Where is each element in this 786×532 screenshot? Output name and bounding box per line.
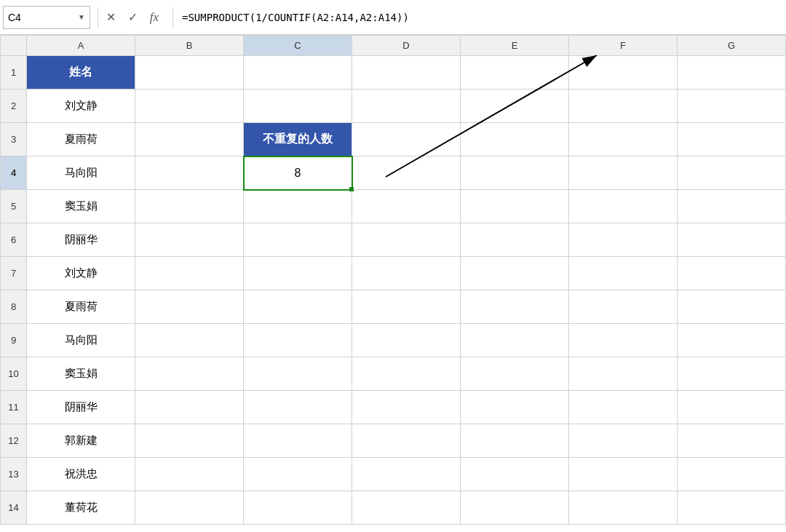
cell-e6[interactable] [461, 223, 569, 257]
cell-d9[interactable] [352, 324, 461, 357]
cell-a8[interactable]: 夏雨荷 [27, 290, 135, 324]
cell-b1[interactable] [135, 56, 244, 90]
cell-b10[interactable] [135, 357, 244, 391]
resize-handle[interactable] [349, 187, 354, 191]
cell-c10[interactable] [244, 357, 352, 391]
cell-a12[interactable]: 郭新建 [27, 424, 135, 458]
cell-c5[interactable] [244, 190, 352, 223]
cell-f13[interactable] [569, 458, 678, 491]
confirm-icon[interactable]: ✓ [124, 10, 140, 24]
cell-b6[interactable] [135, 223, 244, 257]
cell-d7[interactable] [352, 257, 461, 290]
cell-b12[interactable] [135, 424, 244, 458]
cell-e13[interactable] [461, 458, 569, 491]
cell-g3[interactable] [678, 123, 786, 156]
cell-g2[interactable] [678, 90, 786, 123]
cell-a10[interactable]: 窦玉娟 [27, 357, 135, 391]
cell-c6[interactable] [244, 223, 352, 257]
cell-f11[interactable] [569, 391, 678, 424]
cell-b8[interactable] [135, 290, 244, 324]
cell-g7[interactable] [678, 257, 786, 290]
cell-f14[interactable] [569, 491, 678, 525]
formula-input[interactable] [178, 6, 783, 29]
cell-f5[interactable] [569, 190, 678, 223]
cell-c13[interactable] [244, 458, 352, 491]
cell-b7[interactable] [135, 257, 244, 290]
cell-d4[interactable] [352, 156, 461, 190]
cell-c4[interactable]: 8 [244, 156, 352, 190]
cell-g1[interactable] [678, 56, 786, 90]
cell-a3[interactable]: 夏雨荷 [27, 123, 135, 156]
cell-a4[interactable]: 马向阳 [27, 156, 135, 190]
cell-f2[interactable] [569, 90, 678, 123]
cell-c12[interactable] [244, 424, 352, 458]
cell-d2[interactable] [352, 90, 461, 123]
cell-e11[interactable] [461, 391, 569, 424]
cell-f1[interactable] [569, 56, 678, 90]
cell-b14[interactable] [135, 491, 244, 525]
cell-a6[interactable]: 阴丽华 [27, 223, 135, 257]
cell-e3[interactable] [461, 123, 569, 156]
cell-f7[interactable] [569, 257, 678, 290]
cell-b13[interactable] [135, 458, 244, 491]
cell-g14[interactable] [678, 491, 786, 525]
fx-icon[interactable]: fx [146, 10, 162, 25]
cell-a9[interactable]: 马向阳 [27, 324, 135, 357]
cancel-icon[interactable]: ✕ [103, 10, 119, 24]
cell-d11[interactable] [352, 391, 461, 424]
cell-e5[interactable] [461, 190, 569, 223]
cell-g8[interactable] [678, 290, 786, 324]
cell-g4[interactable] [678, 156, 786, 190]
cell-f10[interactable] [569, 357, 678, 391]
cell-e7[interactable] [461, 257, 569, 290]
cell-g11[interactable] [678, 391, 786, 424]
cell-name-box[interactable]: C4 ▼ [3, 6, 90, 29]
cell-c2[interactable] [244, 90, 352, 123]
cell-d10[interactable] [352, 357, 461, 391]
cell-f9[interactable] [569, 324, 678, 357]
cell-d12[interactable] [352, 424, 461, 458]
cell-b5[interactable] [135, 190, 244, 223]
cell-f12[interactable] [569, 424, 678, 458]
cell-b11[interactable] [135, 391, 244, 424]
cell-f6[interactable] [569, 223, 678, 257]
cell-d3[interactable] [352, 123, 461, 156]
cell-name-dropdown-icon[interactable]: ▼ [78, 13, 85, 21]
cell-c9[interactable] [244, 324, 352, 357]
cell-c3[interactable]: 不重复的人数 [244, 123, 352, 156]
cell-e9[interactable] [461, 324, 569, 357]
cell-e12[interactable] [461, 424, 569, 458]
cell-e1[interactable] [461, 56, 569, 90]
cell-b9[interactable] [135, 324, 244, 357]
cell-d5[interactable] [352, 190, 461, 223]
cell-d8[interactable] [352, 290, 461, 324]
cell-b4[interactable] [135, 156, 244, 190]
cell-b2[interactable] [135, 90, 244, 123]
cell-a13[interactable]: 祝洪忠 [27, 458, 135, 491]
cell-c8[interactable] [244, 290, 352, 324]
cell-a14[interactable]: 董荷花 [27, 491, 135, 525]
cell-f4[interactable] [569, 156, 678, 190]
cell-c1[interactable] [244, 56, 352, 90]
cell-c14[interactable] [244, 491, 352, 525]
cell-a2[interactable]: 刘文静 [27, 90, 135, 123]
cell-e8[interactable] [461, 290, 569, 324]
cell-a11[interactable]: 阴丽华 [27, 391, 135, 424]
cell-e14[interactable] [461, 491, 569, 525]
cell-e10[interactable] [461, 357, 569, 391]
cell-g12[interactable] [678, 424, 786, 458]
cell-e2[interactable] [461, 90, 569, 123]
cell-a7[interactable]: 刘文静 [27, 257, 135, 290]
cell-g10[interactable] [678, 357, 786, 391]
cell-c11[interactable] [244, 391, 352, 424]
cell-g9[interactable] [678, 324, 786, 357]
cell-b3[interactable] [135, 123, 244, 156]
cell-d13[interactable] [352, 458, 461, 491]
cell-a5[interactable]: 窦玉娟 [27, 190, 135, 223]
cell-e4[interactable] [461, 156, 569, 190]
cell-a1[interactable]: 姓名 [27, 56, 135, 90]
cell-d14[interactable] [352, 491, 461, 525]
cell-f3[interactable] [569, 123, 678, 156]
cell-c7[interactable] [244, 257, 352, 290]
cell-d1[interactable] [352, 56, 461, 90]
